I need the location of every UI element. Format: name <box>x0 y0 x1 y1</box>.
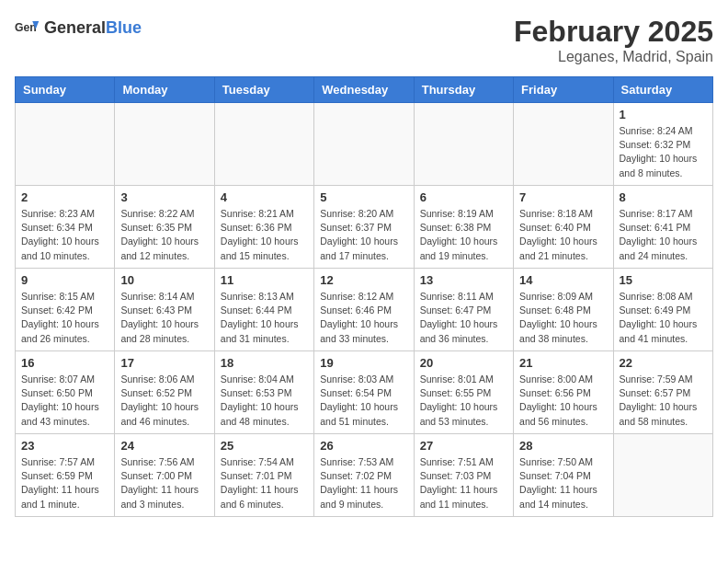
day-info: Sunrise: 8:23 AM Sunset: 6:34 PM Dayligh… <box>21 207 108 263</box>
day-number: 12 <box>320 273 407 287</box>
weekday-friday: Friday <box>514 77 613 103</box>
day-info: Sunrise: 8:08 AM Sunset: 6:49 PM Dayligh… <box>620 290 707 346</box>
weekday-sunday: Sunday <box>16 77 115 103</box>
day-number: 25 <box>221 439 308 453</box>
day-info: Sunrise: 8:15 AM Sunset: 6:42 PM Dayligh… <box>21 290 108 346</box>
day-cell <box>613 434 712 517</box>
day-cell: 10Sunrise: 8:14 AM Sunset: 6:43 PM Dayli… <box>115 269 214 351</box>
day-cell: 24Sunrise: 7:56 AM Sunset: 7:00 PM Dayli… <box>115 434 214 517</box>
location-title: Leganes, Madrid, Spain <box>514 49 713 65</box>
day-number: 24 <box>120 439 208 453</box>
day-info: Sunrise: 8:19 AM Sunset: 6:38 PM Dayligh… <box>420 207 507 263</box>
month-title: February 2025 <box>514 15 713 49</box>
day-info: Sunrise: 8:20 AM Sunset: 6:37 PM Dayligh… <box>320 207 407 263</box>
day-info: Sunrise: 8:22 AM Sunset: 6:35 PM Dayligh… <box>120 207 208 263</box>
day-number: 10 <box>120 273 208 287</box>
week-row-4: 23Sunrise: 7:57 AM Sunset: 6:59 PM Dayli… <box>16 434 713 517</box>
day-info: Sunrise: 8:03 AM Sunset: 6:54 PM Dayligh… <box>320 373 407 429</box>
day-info: Sunrise: 8:18 AM Sunset: 6:40 PM Dayligh… <box>519 207 607 263</box>
day-cell <box>16 103 115 186</box>
day-cell: 9Sunrise: 8:15 AM Sunset: 6:42 PM Daylig… <box>16 269 115 351</box>
day-info: Sunrise: 7:53 AM Sunset: 7:02 PM Dayligh… <box>320 455 407 511</box>
day-info: Sunrise: 8:13 AM Sunset: 6:44 PM Dayligh… <box>221 290 308 346</box>
day-number: 11 <box>221 273 308 287</box>
calendar: SundayMondayTuesdayWednesdayThursdayFrid… <box>15 76 713 517</box>
day-cell: 28Sunrise: 7:50 AM Sunset: 7:04 PM Dayli… <box>514 434 613 517</box>
day-cell: 20Sunrise: 8:01 AM Sunset: 6:55 PM Dayli… <box>414 351 513 434</box>
day-cell: 21Sunrise: 8:00 AM Sunset: 6:56 PM Dayli… <box>514 351 613 434</box>
day-cell: 23Sunrise: 7:57 AM Sunset: 6:59 PM Dayli… <box>16 434 115 517</box>
day-info: Sunrise: 8:06 AM Sunset: 6:52 PM Dayligh… <box>120 373 208 429</box>
header: Gen GeneralBlue February 2025 Leganes, M… <box>15 15 713 65</box>
day-info: Sunrise: 8:24 AM Sunset: 6:32 PM Dayligh… <box>620 124 707 180</box>
day-number: 7 <box>519 190 607 204</box>
day-number: 6 <box>420 190 507 204</box>
day-number: 13 <box>420 273 507 287</box>
day-cell: 13Sunrise: 8:11 AM Sunset: 6:47 PM Dayli… <box>414 269 513 351</box>
day-cell <box>314 103 414 186</box>
day-cell: 4Sunrise: 8:21 AM Sunset: 6:36 PM Daylig… <box>214 186 313 269</box>
day-cell: 3Sunrise: 8:22 AM Sunset: 6:35 PM Daylig… <box>115 186 214 269</box>
day-cell: 18Sunrise: 8:04 AM Sunset: 6:53 PM Dayli… <box>214 351 313 434</box>
day-cell: 6Sunrise: 8:19 AM Sunset: 6:38 PM Daylig… <box>414 186 513 269</box>
day-number: 26 <box>320 439 407 453</box>
day-cell <box>514 103 613 186</box>
day-info: Sunrise: 7:51 AM Sunset: 7:03 PM Dayligh… <box>420 455 507 511</box>
day-info: Sunrise: 7:59 AM Sunset: 6:57 PM Dayligh… <box>620 373 707 429</box>
day-number: 15 <box>620 273 707 287</box>
day-cell: 14Sunrise: 8:09 AM Sunset: 6:48 PM Dayli… <box>514 269 613 351</box>
day-cell <box>414 103 513 186</box>
day-number: 2 <box>21 190 108 204</box>
day-number: 8 <box>620 190 707 204</box>
day-number: 19 <box>320 356 407 370</box>
title-area: February 2025 Leganes, Madrid, Spain <box>514 15 713 65</box>
week-row-1: 2Sunrise: 8:23 AM Sunset: 6:34 PM Daylig… <box>16 186 713 269</box>
day-number: 18 <box>221 356 308 370</box>
day-info: Sunrise: 7:54 AM Sunset: 7:01 PM Dayligh… <box>221 455 308 511</box>
day-info: Sunrise: 7:56 AM Sunset: 7:00 PM Dayligh… <box>120 455 208 511</box>
day-cell: 27Sunrise: 7:51 AM Sunset: 7:03 PM Dayli… <box>414 434 513 517</box>
day-number: 1 <box>620 108 707 121</box>
day-cell: 5Sunrise: 8:20 AM Sunset: 6:37 PM Daylig… <box>314 186 414 269</box>
day-cell: 16Sunrise: 8:07 AM Sunset: 6:50 PM Dayli… <box>16 351 115 434</box>
day-info: Sunrise: 8:09 AM Sunset: 6:48 PM Dayligh… <box>519 290 607 346</box>
day-info: Sunrise: 8:01 AM Sunset: 6:55 PM Dayligh… <box>420 373 507 429</box>
day-number: 5 <box>320 190 407 204</box>
day-cell: 12Sunrise: 8:12 AM Sunset: 6:46 PM Dayli… <box>314 269 414 351</box>
logo-icon: Gen <box>15 15 40 40</box>
day-cell: 15Sunrise: 8:08 AM Sunset: 6:49 PM Dayli… <box>613 269 712 351</box>
logo: Gen GeneralBlue <box>15 15 142 40</box>
day-info: Sunrise: 8:07 AM Sunset: 6:50 PM Dayligh… <box>21 373 108 429</box>
day-info: Sunrise: 8:17 AM Sunset: 6:41 PM Dayligh… <box>620 207 707 263</box>
day-cell: 26Sunrise: 7:53 AM Sunset: 7:02 PM Dayli… <box>314 434 414 517</box>
day-number: 21 <box>519 356 607 370</box>
weekday-saturday: Saturday <box>613 77 712 103</box>
weekday-wednesday: Wednesday <box>314 77 414 103</box>
week-row-3: 16Sunrise: 8:07 AM Sunset: 6:50 PM Dayli… <box>16 351 713 434</box>
weekday-thursday: Thursday <box>414 77 513 103</box>
week-row-0: 1Sunrise: 8:24 AM Sunset: 6:32 PM Daylig… <box>16 103 713 186</box>
day-number: 20 <box>420 356 507 370</box>
day-number: 17 <box>120 356 208 370</box>
day-cell: 1Sunrise: 8:24 AM Sunset: 6:32 PM Daylig… <box>613 103 712 186</box>
day-info: Sunrise: 8:11 AM Sunset: 6:47 PM Dayligh… <box>420 290 507 346</box>
day-number: 16 <box>21 356 108 370</box>
day-info: Sunrise: 8:04 AM Sunset: 6:53 PM Dayligh… <box>221 373 308 429</box>
day-info: Sunrise: 7:57 AM Sunset: 6:59 PM Dayligh… <box>21 455 108 511</box>
day-cell: 19Sunrise: 8:03 AM Sunset: 6:54 PM Dayli… <box>314 351 414 434</box>
day-cell: 2Sunrise: 8:23 AM Sunset: 6:34 PM Daylig… <box>16 186 115 269</box>
day-number: 14 <box>519 273 607 287</box>
day-cell: 11Sunrise: 8:13 AM Sunset: 6:44 PM Dayli… <box>214 269 313 351</box>
day-number: 28 <box>519 439 607 453</box>
day-cell <box>115 103 214 186</box>
day-cell: 22Sunrise: 7:59 AM Sunset: 6:57 PM Dayli… <box>613 351 712 434</box>
logo-general-text: General <box>44 18 106 37</box>
day-info: Sunrise: 7:50 AM Sunset: 7:04 PM Dayligh… <box>519 455 607 511</box>
day-cell: 25Sunrise: 7:54 AM Sunset: 7:01 PM Dayli… <box>214 434 313 517</box>
logo-blue-text: Blue <box>106 18 142 37</box>
day-number: 9 <box>21 273 108 287</box>
week-row-2: 9Sunrise: 8:15 AM Sunset: 6:42 PM Daylig… <box>16 269 713 351</box>
day-cell: 7Sunrise: 8:18 AM Sunset: 6:40 PM Daylig… <box>514 186 613 269</box>
weekday-tuesday: Tuesday <box>214 77 313 103</box>
day-cell: 17Sunrise: 8:06 AM Sunset: 6:52 PM Dayli… <box>115 351 214 434</box>
